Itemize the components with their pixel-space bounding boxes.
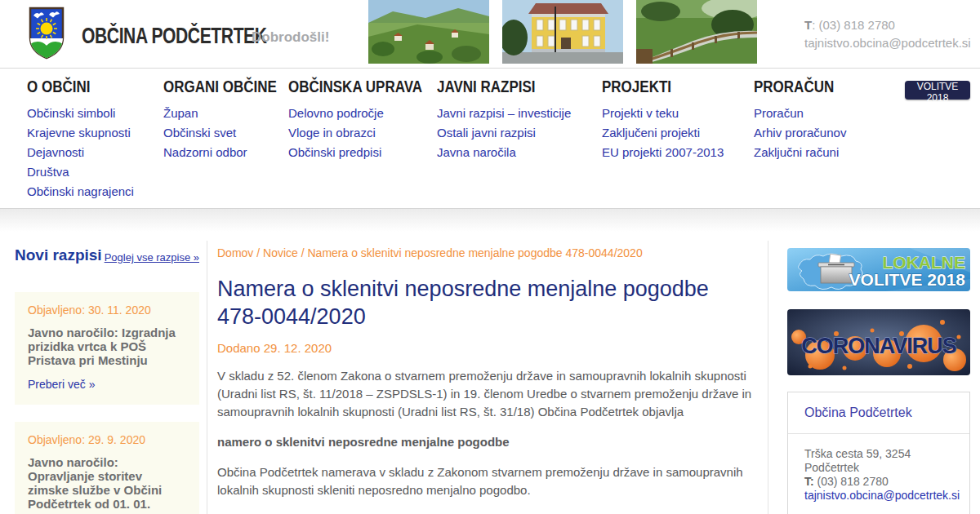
nav-column-proracun: PRORAČUN Proračun Arhiv proračunov Zaklj… xyxy=(754,78,849,162)
nav-heading: PRORAČUN xyxy=(754,78,834,96)
article-paragraph: Občina Podčetrtek namerava v skladu z Za… xyxy=(217,463,758,499)
nav-heading: JAVNI RAZPISI xyxy=(437,78,551,96)
nav-link-obcinski-predpisi[interactable]: Občinski predpisi xyxy=(288,143,446,162)
header-email-link[interactable]: tajnistvo.obcina@podcetrtek.si xyxy=(804,36,971,50)
news-date: Objavljeno: 30. 11. 2020 xyxy=(28,304,186,317)
header-contact: T: (03) 818 2780 tajnistvo.obcina@podcet… xyxy=(804,16,971,52)
main-navigation: O OBČINI Občinski simboli Krajevne skupn… xyxy=(0,69,980,208)
breadcrumb-novice-link[interactable]: Novice xyxy=(263,246,298,259)
road-with-railing-photo xyxy=(636,0,757,64)
nav-link-obcinski-svet[interactable]: Občinski svet xyxy=(163,123,296,143)
nav-link-eu-projekti[interactable]: EU projekti 2007-2013 xyxy=(602,143,724,162)
nav-link-arhiv-proracunov[interactable]: Arhiv proračunov xyxy=(754,123,849,143)
contact-box-title-link[interactable]: Občina Podčetrtek xyxy=(788,392,969,434)
article-date: Dodano 29. 12. 2020 xyxy=(217,341,758,355)
breadcrumb-home-link[interactable]: Domov xyxy=(217,246,253,259)
nav-column-obcinska-uprava: OBČINSKA UPRAVA Delovno področje Vloge i… xyxy=(288,78,446,162)
page: OBČINA PODČETRTEK Dobrodošli! xyxy=(0,0,980,514)
nav-heading: OBČINSKA UPRAVA xyxy=(288,78,422,96)
nav-heading: O OBČINI xyxy=(27,78,118,96)
nav-link-projekti-v-teku[interactable]: Projekti v teku xyxy=(602,104,724,123)
nav-link-ostali-javni-razpisi[interactable]: Ostali javni razpisi xyxy=(437,123,571,143)
view-all-razpisi-link[interactable]: Poglej vse razpise » xyxy=(105,251,199,264)
municipality-coat-of-arms-logo[interactable] xyxy=(27,5,66,60)
banner-volitve-line1: LOKALNE xyxy=(883,253,966,272)
read-more-link[interactable]: Preberi več » xyxy=(28,378,95,391)
sidebar-title: Novi razpisi xyxy=(15,246,102,264)
news-title: Javno naročilo: Opravljanje storitev zim… xyxy=(28,455,186,511)
municipal-building-photo xyxy=(502,0,623,64)
contact-phone: T: (03) 818 2780 xyxy=(804,475,953,489)
nav-link-proracun[interactable]: Proračun xyxy=(754,104,849,123)
news-title: Javno naročilo: Izgradnja prizidka vrtca… xyxy=(28,326,186,367)
news-card[interactable]: Objavljeno: 30. 11. 2020 Javno naročilo:… xyxy=(15,292,199,405)
nav-column-o-obcini: O OBČINI Občinski simboli Krajevne skupn… xyxy=(27,78,134,202)
nav-link-obcinski-nagrajenci[interactable]: Občinski nagrajenci xyxy=(27,182,134,202)
site-title[interactable]: OBČINA PODČETRTEK xyxy=(82,24,267,49)
lokalne-volitve-2018-banner[interactable]: LOKALNE VOLITVE 2018 xyxy=(787,248,970,291)
nav-link-delovno-podrocje[interactable]: Delovno področje xyxy=(288,104,446,123)
contact-box-body: Trška cesta 59, 3254 Podčetrtek T: (03) … xyxy=(788,434,969,514)
main-article: Domov / Novice / Namera o sklenitvi nepo… xyxy=(207,241,768,514)
nav-link-zakljuceni-projekti[interactable]: Zaključeni projekti xyxy=(602,123,724,143)
right-sidebar: LOKALNE VOLITVE 2018 xyxy=(787,241,970,514)
hillside-village-photo xyxy=(368,0,489,64)
nav-link-nadzorni-odbor[interactable]: Nadzorni odbor xyxy=(163,143,296,162)
contact-address: Trška cesta 59, 3254 Podčetrtek xyxy=(804,447,953,475)
nav-link-obcinski-simboli[interactable]: Občinski simboli xyxy=(27,104,134,123)
nav-heading: PROJEKTI xyxy=(602,78,706,96)
header-phone: T: (03) 818 2780 xyxy=(804,16,971,34)
left-sidebar-novi-razpisi: Novi razpisi Poglej vse razpise » Objavl… xyxy=(15,241,199,514)
nav-link-zakljucni-racuni[interactable]: Zaključni računi xyxy=(754,143,849,162)
breadcrumb: Domov / Novice / Namera o sklenitvi nepo… xyxy=(217,246,758,259)
nav-link-krajevne-skupnosti[interactable]: Krajevne skupnosti xyxy=(27,123,134,143)
article-subheading: namero o sklenitvi neposredne menjalne p… xyxy=(217,433,758,451)
news-date: Objavljeno: 29. 9. 2020 xyxy=(28,433,186,446)
nav-column-organi-obcine: ORGANI OBČINE Župan Občinski svet Nadzor… xyxy=(163,78,296,162)
welcome-text: Dobrodošli! xyxy=(252,29,329,46)
nav-link-zupan[interactable]: Župan xyxy=(163,104,296,123)
coat-of-arms-icon xyxy=(27,5,66,60)
banner-volitve-line2: VOLITVE 2018 xyxy=(849,270,966,289)
nav-column-projekti: PROJEKTI Projekti v teku Zaključeni proj… xyxy=(602,78,724,162)
banner-corona-text: CORONAVIRUS xyxy=(801,334,956,358)
nav-column-javni-razpisi: JAVNI RAZPISI Javni razpisi – investicij… xyxy=(437,78,571,162)
article-title: Namera o sklenitvi neposredne menjalne p… xyxy=(217,275,758,330)
volitve-2018-button[interactable]: VOLITVE 2018 xyxy=(905,81,970,100)
nav-link-dejavnosti[interactable]: Dejavnosti xyxy=(27,143,134,162)
nav-heading: ORGANI OBČINE xyxy=(163,78,277,96)
nav-link-javna-narocila[interactable]: Javna naročila xyxy=(437,143,571,162)
nav-shadow-divider xyxy=(0,208,980,237)
article-paragraph: V skladu z 52. členom Zakona o stvarnem … xyxy=(217,367,758,421)
site-header: OBČINA PODČETRTEK Dobrodošli! xyxy=(0,0,980,69)
nav-link-javni-razpisi-investicije[interactable]: Javni razpisi – investicije xyxy=(437,104,571,123)
news-card[interactable]: Objavljeno: 29. 9. 2020 Javno naročilo: … xyxy=(15,422,199,514)
breadcrumb-current: Namera o sklenitvi neposredne menjalne p… xyxy=(308,246,643,259)
contact-email-link[interactable]: tajnistvo.obcina@podcetrtek.si xyxy=(804,489,960,502)
ballot-box xyxy=(821,267,852,283)
phone-label: T xyxy=(804,18,812,32)
contact-box: Občina Podčetrtek Trška cesta 59, 3254 P… xyxy=(787,392,970,514)
nav-link-drustva[interactable]: Društva xyxy=(27,162,134,182)
nav-link-vloge-in-obrazci[interactable]: Vloge in obrazci xyxy=(288,123,446,143)
coronavirus-banner[interactable]: CORONAVIRUS xyxy=(787,309,970,375)
